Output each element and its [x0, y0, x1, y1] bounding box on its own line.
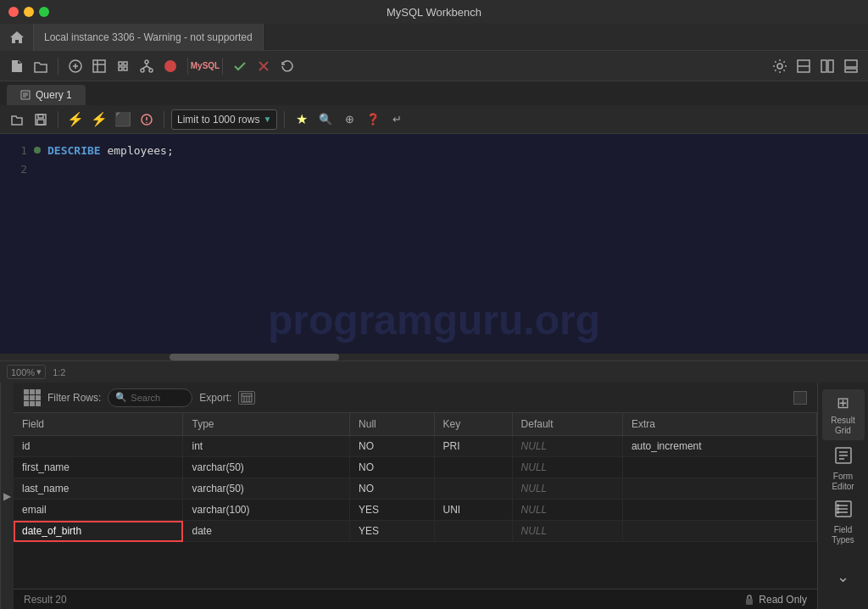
stop-btn[interactable] [160, 56, 181, 76]
query-tabs: Query 1 [0, 81, 868, 105]
scrollbar-thumb[interactable] [170, 354, 339, 360]
table-row[interactable]: date_of_birthdateYESNULL [14, 521, 817, 542]
result-tab-label: Result 20 [24, 594, 67, 606]
search-box[interactable]: 🔍 Search [108, 388, 192, 407]
procedure-btn[interactable] [113, 56, 133, 76]
table-header-row: Field Type Null Key Default Extra [14, 413, 817, 436]
execute-btn[interactable]: ⚡ [65, 109, 86, 130]
data-table[interactable]: Field Type Null Key Default Extra idintN… [14, 413, 817, 589]
wrap-checkbox[interactable] [793, 391, 807, 405]
form-editor-panel-btn[interactable]: FormEditor [822, 444, 865, 494]
svg-rect-13 [38, 115, 43, 118]
traffic-lights[interactable] [8, 7, 49, 17]
sql-table-name: employees; [101, 144, 174, 157]
result-grid-panel-btn[interactable]: ⊞ ResultGrid [822, 389, 865, 440]
field-types-panel-label: FieldTypes [832, 525, 854, 545]
check-btn[interactable] [230, 56, 250, 76]
svg-point-21 [837, 508, 838, 510]
table-row[interactable]: last_namevarchar(50)NONULL [14, 478, 817, 500]
result-grid-icon [24, 389, 41, 406]
new-file-btn[interactable] [7, 56, 27, 76]
settings-btn[interactable] [770, 56, 790, 76]
schema-btn[interactable] [136, 56, 157, 76]
limit-select[interactable]: Limit to 1000 rows ▼ [171, 109, 277, 130]
export-icon[interactable] [238, 391, 255, 405]
query-tab-1[interactable]: Query 1 [7, 85, 86, 105]
cancel-btn[interactable] [253, 56, 274, 76]
svg-point-5 [164, 60, 176, 72]
sidebar-collapse-area: ⌄ [822, 551, 865, 609]
find-replace-btn[interactable]: ⊕ [339, 109, 359, 130]
line-number-1: 1 [7, 144, 27, 157]
search-btn[interactable]: 🔍 [315, 109, 336, 130]
close-button[interactable] [8, 7, 19, 17]
sidebar-collapse-btn[interactable]: ⌄ [822, 551, 865, 602]
refresh-btn[interactable] [277, 56, 298, 76]
sql-sep-2 [164, 111, 164, 128]
table-row[interactable]: idintNOPRINULLauto_increment [14, 436, 817, 457]
zoom-arrow-icon: ▾ [36, 366, 42, 377]
home-button[interactable] [0, 24, 34, 51]
editor-content: 1 DESCRIBE employees; 2 [0, 134, 868, 185]
favorite-btn[interactable]: ★ [292, 109, 312, 130]
result-status-bar: Result 20 Read Only [14, 589, 817, 609]
cell-type: varchar(50) [183, 478, 350, 500]
svg-rect-10 [845, 60, 857, 67]
readonly-badge: Read Only [743, 594, 807, 606]
editor-line-2: 2 [0, 159, 868, 178]
form-editor-panel-icon [834, 446, 853, 468]
status-bar-right: Read Only [743, 594, 807, 606]
maximize-button[interactable] [39, 7, 49, 17]
toolbar-sep-3 [222, 58, 223, 75]
cell-type: date [183, 521, 350, 542]
instance-tab[interactable]: Local instance 3306 - Warning - not supp… [34, 24, 264, 51]
col-extra: Extra [622, 413, 816, 436]
table-row[interactable]: emailvarchar(100)YESUNINULL [14, 500, 817, 521]
right-sidebar: ⊞ ResultGrid FormEditor FieldTypes ⌄ [817, 383, 868, 609]
svg-point-22 [837, 511, 838, 513]
help-btn[interactable]: ❓ [363, 109, 383, 130]
title-bar: MySQL Workbench [0, 0, 868, 24]
svg-rect-17 [746, 599, 753, 605]
table-row[interactable]: first_namevarchar(50)NONULL [14, 457, 817, 478]
panel-btn[interactable] [841, 56, 861, 76]
col-null: Null [350, 413, 434, 436]
view-btn[interactable] [793, 56, 814, 76]
cell-extra [622, 500, 816, 521]
result-table: Field Type Null Key Default Extra idintN… [14, 413, 817, 542]
toolbar-sep-1 [58, 58, 58, 75]
table-btn[interactable] [89, 56, 109, 76]
open-file-btn[interactable] [31, 56, 51, 76]
svg-rect-11 [845, 69, 857, 72]
editor-area[interactable]: 1 DESCRIBE employees; 2 programguru.org [0, 134, 868, 360]
svg-point-2 [145, 60, 148, 64]
collapse-button[interactable]: ▶ [0, 383, 14, 609]
field-types-panel-btn[interactable]: FieldTypes [822, 497, 865, 548]
sql-sep-1 [58, 111, 58, 128]
stop-query-btn[interactable]: ⬛ [113, 109, 133, 130]
execute2-btn[interactable]: ⚡ [89, 109, 109, 130]
cell-key: UNI [434, 500, 512, 521]
read-only-text: Read Only [759, 594, 807, 606]
save-sql-btn[interactable] [31, 109, 51, 130]
line-number-2: 2 [7, 163, 27, 176]
cell-field: first_name [14, 457, 183, 478]
cell-default: NULL [512, 436, 622, 457]
word-wrap-btn[interactable]: ↵ [387, 109, 407, 130]
instance-bar: Local instance 3306 - Warning - not supp… [0, 24, 868, 51]
zoom-select[interactable]: 100% ▾ [7, 365, 46, 379]
sql-btn[interactable] [65, 56, 86, 76]
explain-btn[interactable] [136, 109, 157, 130]
col-default: Default [512, 413, 622, 436]
cell-field: id [14, 436, 183, 457]
search-icon: 🔍 [115, 392, 127, 403]
lock-icon [743, 594, 755, 606]
col-field: Field [14, 413, 183, 436]
horizontal-scrollbar[interactable] [0, 354, 868, 360]
minimize-button[interactable] [24, 7, 34, 17]
svg-rect-1 [93, 60, 105, 72]
view2-btn[interactable] [817, 56, 837, 76]
mysql-logo: MySQL [195, 56, 215, 76]
open-sql-btn[interactable] [7, 109, 27, 130]
window-title: MySQL Workbench [387, 6, 481, 19]
